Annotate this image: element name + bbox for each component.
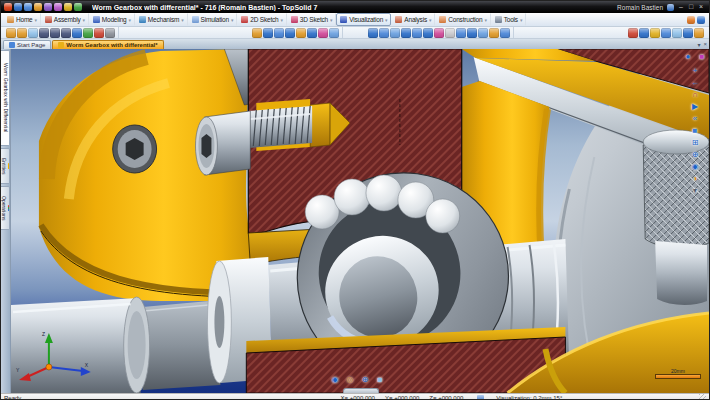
camera-icon[interactable] (478, 28, 488, 38)
standard-views-icon[interactable]: ■ (374, 374, 386, 386)
zoom-fit-icon[interactable]: ⊕ (359, 374, 371, 386)
collapse-icon[interactable]: ▾ (697, 41, 700, 48)
sidebar-tab-worm-gearbox-with-differential[interactable]: Worm Gearbox with Differential (1, 50, 10, 146)
visualization-icon[interactable] (477, 395, 484, 400)
back-view-icon[interactable]: « (689, 113, 701, 125)
mirror-icon[interactable] (296, 28, 306, 38)
zoom-icon[interactable]: ⊕ (689, 149, 701, 161)
tab-dropdown-arrow[interactable]: ▾ (82, 17, 84, 23)
save-icon[interactable] (14, 3, 22, 11)
visualization-setting[interactable]: Visualization: 0,2mm 15° (496, 395, 562, 400)
tab-assembly[interactable]: Assembly▾ (41, 13, 89, 26)
redo-icon[interactable] (54, 3, 62, 11)
render-mode-icon[interactable]: ◑ (689, 173, 701, 185)
tab-home[interactable]: Home▾ (3, 13, 41, 26)
new-document-icon[interactable] (34, 3, 42, 11)
update-document-icon[interactable] (83, 28, 93, 38)
display-filter-icon[interactable] (650, 28, 660, 38)
sidebar-tab-entities[interactable]: Entities (1, 148, 10, 184)
previous-view-icon[interactable]: ← (689, 77, 701, 89)
tab-dropdown-arrow[interactable]: ▾ (484, 17, 486, 23)
zoom-selection-icon[interactable] (672, 28, 682, 38)
tab-dropdown-arrow[interactable]: ▾ (280, 17, 282, 23)
filter-icon[interactable] (28, 28, 38, 38)
user-account-icon[interactable] (667, 4, 674, 11)
redo-icon[interactable] (50, 28, 60, 38)
tab-dropdown-arrow[interactable]: ▾ (385, 17, 387, 23)
light-icon[interactable] (489, 28, 499, 38)
annotation-icon[interactable] (500, 28, 510, 38)
save-all-icon[interactable] (24, 3, 32, 11)
hidden-line-icon[interactable] (401, 28, 411, 38)
pattern-icon[interactable] (285, 28, 295, 38)
tab-tools[interactable]: Tools▾ (491, 13, 527, 26)
world-axis-icon[interactable] (639, 28, 649, 38)
history-icon[interactable] (61, 28, 71, 38)
bill-of-material-icon[interactable] (329, 28, 339, 38)
tab-dropdown-arrow[interactable]: ▾ (520, 17, 522, 23)
assembly-part-icon[interactable] (252, 28, 262, 38)
section-plane-icon[interactable]: ■ (696, 51, 708, 63)
mate-constraint-icon[interactable] (307, 28, 317, 38)
resize-grip[interactable] (699, 394, 706, 400)
close-tab-icon[interactable]: × (703, 41, 707, 48)
wireframe-icon[interactable] (390, 28, 400, 38)
tab-dropdown-arrow[interactable]: ▾ (330, 17, 332, 23)
undo-icon[interactable] (44, 3, 52, 11)
sidebar-tab-operations[interactable]: Operations (1, 186, 10, 230)
render-sphere-icon[interactable] (694, 28, 704, 38)
3d-viewport[interactable]: Z X Y ●■ +←∩▶«■⊞⊕◉◑▾ ◉◎⊕■ 20mm (11, 49, 709, 393)
tab-mechanism[interactable]: Mechanism▾ (135, 13, 188, 26)
transparency-icon[interactable] (434, 28, 444, 38)
draft-analysis-icon[interactable] (445, 28, 455, 38)
find-icon[interactable] (6, 28, 16, 38)
tab-dropdown-arrow[interactable]: ▾ (231, 17, 233, 23)
tab-dropdown-arrow[interactable]: ▾ (181, 17, 183, 23)
standard-component-icon[interactable] (274, 28, 284, 38)
minimize-icon[interactable]: – (676, 2, 686, 12)
tab-analysis[interactable]: Analysis▾ (391, 13, 435, 26)
orbit-view-icon[interactable]: ◉ (689, 161, 701, 173)
magnet-icon[interactable]: ∩ (689, 89, 701, 101)
screen-icon[interactable]: ■ (689, 125, 701, 137)
tab-2d-sketch[interactable]: 2D Sketch▾ (237, 13, 287, 26)
orbit-icon[interactable]: ◉ (329, 374, 341, 386)
housing-screw-recess[interactable] (113, 125, 157, 173)
help-icon[interactable] (697, 16, 705, 24)
edit-function-icon[interactable] (72, 28, 82, 38)
section-plane-icon[interactable] (628, 28, 638, 38)
more-tools-icon[interactable]: ▾ (689, 185, 701, 197)
refresh-icon[interactable] (74, 3, 82, 11)
tab-construction[interactable]: Construction▾ (435, 13, 490, 26)
close-icon[interactable]: × (696, 2, 706, 12)
shaded-render-icon[interactable] (368, 28, 378, 38)
topsolid-logo-icon[interactable] (4, 3, 12, 11)
find-replace-icon[interactable] (17, 28, 27, 38)
turntable-icon[interactable]: ◎ (344, 374, 356, 386)
exploded-view-icon[interactable] (318, 28, 328, 38)
tab-dropdown-arrow[interactable]: ▾ (429, 17, 431, 23)
doctab-worm-gearbox-with-differential[interactable]: Worm Gearbox with differential* (52, 40, 163, 49)
doctab-start-page[interactable]: Start Page (3, 40, 51, 49)
perspective-icon[interactable] (412, 28, 422, 38)
maximize-icon[interactable]: □ (686, 2, 696, 12)
environment-icon[interactable] (456, 28, 466, 38)
zoom-window-icon[interactable]: ⊞ (689, 137, 701, 149)
section-view-icon[interactable] (423, 28, 433, 38)
shaded-edges-icon[interactable] (379, 28, 389, 38)
interrupt-icon[interactable] (105, 28, 115, 38)
search-icon[interactable] (687, 16, 695, 24)
orbit-sphere-icon[interactable] (683, 28, 693, 38)
tab-dropdown-arrow[interactable]: ▾ (129, 17, 131, 23)
tab-visualization[interactable]: Visualization▾ (336, 13, 391, 26)
pan-view-icon[interactable]: + (689, 65, 701, 77)
world-icon[interactable]: ● (682, 51, 694, 63)
edit-icon[interactable] (64, 3, 72, 11)
tab-modeling[interactable]: Modeling▾ (89, 13, 135, 26)
user-session-icon[interactable] (94, 28, 104, 38)
shaft-end[interactable] (11, 297, 150, 393)
tab-simulation[interactable]: Simulation▾ (188, 13, 238, 26)
bottom-toolbar-handle[interactable] (343, 388, 379, 393)
background-icon[interactable] (467, 28, 477, 38)
undo-icon[interactable] (39, 28, 49, 38)
